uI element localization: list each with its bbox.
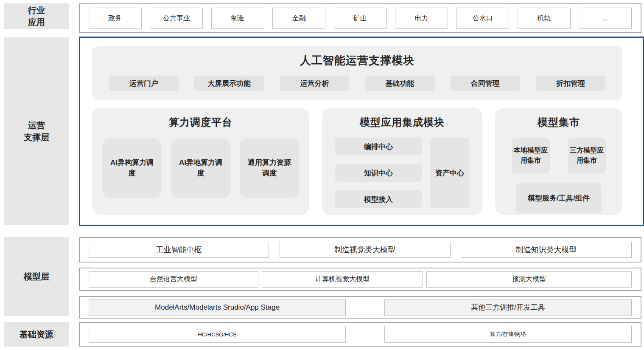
third-party-model-market-box: 三方模型应用集市 — [568, 138, 606, 173]
hc-hcso-hcs-box: HC/HCSO/HCS — [89, 326, 346, 343]
manufacturing-vision-model-box: 制造视觉类大模型 — [280, 242, 451, 258]
industry-label-line1: 行业 — [28, 4, 45, 16]
industry-label-line2: 应用 — [28, 16, 45, 28]
industry-layer: 行业 应用 政务 公共事业 制造 金融 矿山 电力 公水口 机轨 ... — [0, 3, 644, 33]
nlp-large-model-box: 自然语言大模型 — [89, 271, 258, 288]
model-marketplace-panel: 模型集市 本地模型应用集市 三方模型应用集市 模型服务/工具/组件 — [495, 108, 622, 215]
compute-scheduling-panel: 算力调度平台 AI异构算力调度 AI异地算力调度 通用算力资源调度 — [92, 108, 309, 215]
asset-center-box: 资产中心 — [430, 138, 470, 208]
ai-operations-module-panel: 人工智能运营支撑模块 运营门户 大屏展示功能 运营分析 基础功能 合同管理 折扣… — [92, 46, 622, 100]
model-row-tools: ModelArts/Modelarts Srudio/App Stage 其他三… — [79, 296, 641, 319]
knowledge-center-box: 知识中心 — [335, 164, 422, 182]
third-party-training-tools-box: 其他三方训推/开发工具 — [384, 299, 632, 316]
model-access-box: 模型接入 — [335, 190, 422, 208]
compute-storage-network-box: 算力/存储/网络 — [384, 326, 632, 343]
ai-heterogeneous-compute-box: AI异构算力调度 — [102, 138, 162, 198]
model-row-foundation: 自然语言大模型 计算机视觉大模型 预测大模型 — [79, 268, 641, 291]
industry-item-manufacturing: 制造 — [211, 8, 264, 29]
industry-item-water: 公水口 — [456, 8, 509, 29]
base-resources-label-text: 基础资源 — [20, 328, 53, 340]
industrial-intelligence-hub-box: 工业智能中枢 — [89, 242, 269, 258]
model-layer-label: 模型层 — [4, 237, 69, 316]
local-model-market-box: 本地模型应用集市 — [512, 138, 550, 173]
model-integration-panel: 模型应用集成模块 编排中心 知识中心 模型接入 资产中心 — [322, 108, 482, 215]
operations-sub-panels: 算力调度平台 AI异构算力调度 AI异地算力调度 通用算力资源调度 模型应用集成… — [92, 108, 622, 215]
general-compute-box: 通用算力资源调度 — [240, 138, 299, 198]
operations-support-layer: 运营 支撑层 人工智能运营支撑模块 运营门户 大屏展示功能 运营分析 基础功能 … — [0, 37, 644, 226]
big-screen-display-box: 大屏展示功能 — [194, 76, 264, 91]
base-resources-container: HC/HCSO/HCS 算力/存储/网络 — [79, 322, 641, 347]
model-row-domain: 工业智能中枢 制造视觉类大模型 制造知识类大模型 — [79, 237, 641, 262]
ai-operations-module-items: 运营门户 大屏展示功能 运营分析 基础功能 合同管理 折扣管理 — [109, 76, 605, 91]
industry-container: 政务 公共事业 制造 金融 矿山 电力 公水口 机轨 ... — [79, 3, 641, 33]
model-marketplace-boxes: 本地模型应用集市 三方模型应用集市 — [495, 138, 622, 173]
model-layer: 模型层 工业智能中枢 制造视觉类大模型 制造知识类大模型 自然语言大模型 计算机… — [0, 237, 644, 319]
orchestration-center-box: 编排中心 — [335, 138, 422, 155]
industry-layer-label: 行业 应用 — [4, 3, 69, 29]
model-integration-stack: 编排中心 知识中心 模型接入 — [335, 138, 422, 208]
architecture-diagram: 行业 应用 政务 公共事业 制造 金融 矿山 电力 公水口 机轨 ... 运营 … — [0, 0, 644, 350]
manufacturing-knowledge-model-box: 制造知识类大模型 — [461, 242, 632, 258]
base-resources-layer: 基础资源 HC/HCSO/HCS 算力/存储/网络 — [0, 322, 644, 347]
compute-scheduling-title: 算力调度平台 — [92, 116, 309, 129]
cv-large-model-box: 计算机视觉大模型 — [262, 271, 423, 288]
model-layer-label-text: 模型层 — [24, 271, 49, 282]
industry-item-rail: 机轨 — [518, 8, 571, 29]
discount-management-box: 折扣管理 — [536, 76, 605, 91]
modelarts-appstage-box: ModelArts/Modelarts Srudio/App Stage — [89, 299, 346, 316]
industry-item-electric-power: 电力 — [395, 8, 448, 29]
ops-portal-box: 运营门户 — [109, 76, 179, 91]
base-resources-label: 基础资源 — [4, 322, 69, 347]
model-services-tools-box: 模型服务/工具/组件 — [516, 183, 602, 213]
ai-operations-module-title: 人工智能运营支撑模块 — [109, 53, 605, 68]
contract-management-box: 合同管理 — [451, 76, 520, 91]
basic-functions-box: 基础功能 — [365, 76, 435, 91]
prediction-large-model-box: 预测大模型 — [426, 271, 632, 288]
model-marketplace-title: 模型集市 — [495, 116, 622, 129]
operations-label-line1: 运营 — [28, 119, 45, 131]
model-integration-title: 模型应用集成模块 — [322, 116, 482, 129]
industry-item-mining: 矿山 — [334, 8, 387, 29]
ai-remote-compute-box: AI异地算力调度 — [171, 138, 230, 198]
industry-item-finance: 金融 — [272, 8, 325, 29]
operations-label-line2: 支撑层 — [24, 131, 49, 143]
operations-container: 人工智能运营支撑模块 运营门户 大屏展示功能 运营分析 基础功能 合同管理 折扣… — [79, 37, 644, 226]
industry-item-public-utilities: 公共事业 — [150, 8, 203, 29]
industry-item-more: ... — [579, 8, 632, 29]
compute-scheduling-boxes: AI异构算力调度 AI异地算力调度 通用算力资源调度 — [92, 138, 309, 198]
ops-analysis-box: 运营分析 — [280, 76, 349, 91]
operations-layer-label: 运营 支撑层 — [4, 37, 69, 225]
model-integration-body: 编排中心 知识中心 模型接入 资产中心 — [322, 138, 482, 208]
model-layer-rows: 工业智能中枢 制造视觉类大模型 制造知识类大模型 自然语言大模型 计算机视觉大模… — [79, 237, 641, 319]
industry-item-government: 政务 — [89, 8, 142, 29]
